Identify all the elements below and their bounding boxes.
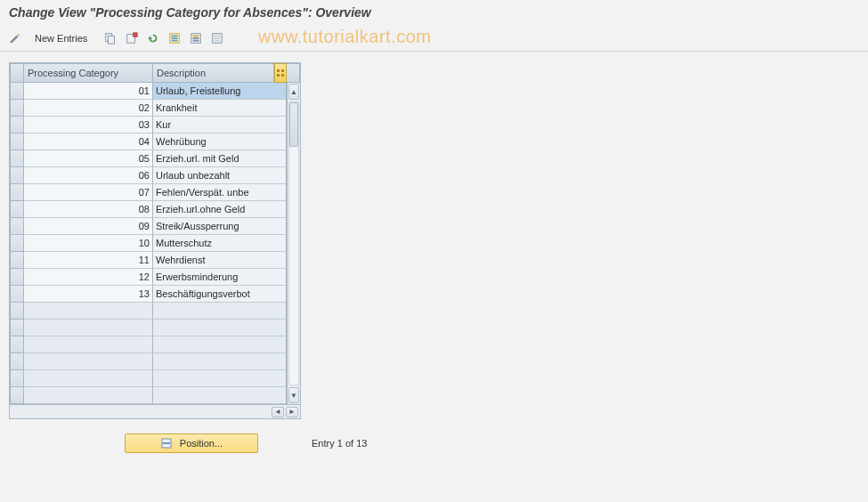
entry-counter: Entry 1 of 13: [312, 438, 367, 449]
select-block-icon[interactable]: [186, 28, 206, 48]
row-selector[interactable]: [10, 117, 24, 134]
cell-processing-category[interactable]: 11: [24, 252, 153, 269]
row-selector[interactable]: [10, 252, 24, 269]
svg-rect-21: [163, 442, 170, 444]
cell-description[interactable]: Erwerbsminderung: [153, 269, 287, 286]
row-selector[interactable]: [10, 83, 24, 100]
scroll-down-icon[interactable]: ▼: [288, 387, 299, 403]
horizontal-scrollbar[interactable]: ◄ ►: [10, 404, 300, 418]
row-selector[interactable]: [10, 134, 24, 150]
row-selector[interactable]: [10, 218, 24, 235]
svg-rect-17: [281, 69, 284, 72]
table-row: 08Erzieh.url.ohne Geld: [10, 201, 287, 218]
delete-icon[interactable]: [122, 28, 142, 48]
cell-processing-category[interactable]: 12: [24, 269, 153, 286]
column-header-description[interactable]: Description: [153, 63, 274, 83]
row-selector[interactable]: [10, 286, 24, 303]
cell-description[interactable]: Kur: [153, 117, 287, 134]
cell-description[interactable]: Urlaub, Freistellung: [153, 83, 287, 100]
row-selector[interactable]: [10, 100, 24, 117]
svg-rect-19: [281, 74, 284, 77]
deselect-all-icon[interactable]: [207, 28, 227, 48]
cell-processing-category[interactable]: [24, 353, 153, 370]
svg-rect-6: [172, 37, 178, 39]
content-area: Processing Category Description 01Urlaub…: [0, 52, 868, 464]
cell-description[interactable]: [153, 336, 287, 353]
row-selector[interactable]: [10, 353, 24, 370]
cell-description[interactable]: Mutterschutz: [153, 235, 287, 252]
toggle-display-change-icon[interactable]: [5, 28, 25, 48]
table-settings-icon[interactable]: [274, 63, 287, 83]
new-entries-button[interactable]: New Entries: [27, 28, 95, 48]
position-button[interactable]: Position...: [125, 433, 258, 453]
cell-processing-category[interactable]: [24, 387, 153, 404]
new-entries-label: New Entries: [35, 33, 87, 44]
cell-description[interactable]: Erzieh.url. mit Geld: [153, 150, 287, 167]
cell-description[interactable]: Krankheit: [153, 100, 287, 117]
page-title: Change View "Processing Category for Abs…: [0, 0, 868, 25]
select-all-icon[interactable]: [165, 28, 184, 48]
row-selector[interactable]: [10, 320, 24, 336]
svg-rect-7: [172, 39, 178, 41]
column-header-category[interactable]: Processing Category: [24, 63, 153, 83]
cell-description[interactable]: Beschäftigungsverbot: [153, 286, 287, 303]
row-selector[interactable]: [10, 167, 24, 184]
cell-description[interactable]: Wehrübung: [153, 134, 287, 150]
row-selector[interactable]: [10, 387, 24, 404]
toolbar: New Entries www.tutorialkart.com: [0, 25, 868, 52]
cell-processing-category[interactable]: 09: [24, 218, 153, 235]
scroll-left-icon[interactable]: ◄: [272, 407, 284, 417]
svg-rect-16: [277, 69, 280, 72]
table-row: 10Mutterschutz: [10, 235, 287, 252]
cell-description[interactable]: [153, 370, 287, 387]
scroll-up-icon[interactable]: ▲: [288, 84, 299, 100]
table-row: 01Urlaub, Freistellung: [10, 83, 287, 100]
cell-description[interactable]: Streik/Aussperrung: [153, 218, 287, 235]
row-selector[interactable]: [10, 303, 24, 320]
cell-processing-category[interactable]: 05: [24, 150, 153, 167]
row-selector[interactable]: [10, 150, 24, 167]
cell-processing-category[interactable]: 08: [24, 201, 153, 218]
cell-description[interactable]: [153, 320, 287, 336]
cell-processing-category[interactable]: 04: [24, 134, 153, 150]
scrollbar-track[interactable]: [288, 101, 299, 385]
cell-processing-category[interactable]: 01: [24, 83, 153, 100]
scroll-right-icon[interactable]: ►: [286, 407, 298, 417]
cell-processing-category[interactable]: [24, 320, 153, 336]
table-row: 11Wehrdienst: [10, 252, 287, 269]
cell-description[interactable]: Erzieh.url.ohne Geld: [153, 201, 287, 218]
cell-description[interactable]: [153, 353, 287, 370]
scrollbar-thumb[interactable]: [289, 102, 298, 147]
row-selector[interactable]: [10, 370, 24, 387]
cell-description[interactable]: Wehrdienst: [153, 252, 287, 269]
table-row: [10, 353, 287, 370]
row-selector[interactable]: [10, 269, 24, 286]
undo-change-icon[interactable]: [143, 28, 163, 48]
cell-processing-category[interactable]: 10: [24, 235, 153, 252]
row-selector[interactable]: [10, 184, 24, 201]
svg-rect-14: [215, 37, 221, 39]
cell-processing-category[interactable]: 13: [24, 286, 153, 303]
svg-rect-1: [109, 36, 115, 44]
position-icon: [160, 437, 173, 449]
cell-processing-category[interactable]: [24, 370, 153, 387]
row-selector[interactable]: [10, 336, 24, 353]
cell-processing-category[interactable]: 02: [24, 100, 153, 117]
copy-as-icon[interactable]: [101, 28, 120, 48]
row-selector[interactable]: [10, 235, 24, 252]
svg-rect-5: [172, 35, 178, 36]
cell-description[interactable]: Fehlen/Verspät. unbe: [153, 184, 287, 201]
cell-processing-category[interactable]: [24, 336, 153, 353]
cell-description[interactable]: Urlaub unbezahlt: [153, 167, 287, 184]
table-row: 04Wehrübung: [10, 134, 287, 150]
processing-category-table: Processing Category Description 01Urlaub…: [9, 62, 301, 419]
cell-description[interactable]: [153, 387, 287, 404]
select-all-column-header[interactable]: [10, 63, 24, 83]
cell-processing-category[interactable]: 03: [24, 117, 153, 134]
cell-processing-category[interactable]: 07: [24, 184, 153, 201]
row-selector[interactable]: [10, 201, 24, 218]
vertical-scrollbar[interactable]: ▲ ▼: [287, 83, 300, 404]
cell-description[interactable]: [153, 303, 287, 320]
cell-processing-category[interactable]: [24, 303, 153, 320]
cell-processing-category[interactable]: 06: [24, 167, 153, 184]
